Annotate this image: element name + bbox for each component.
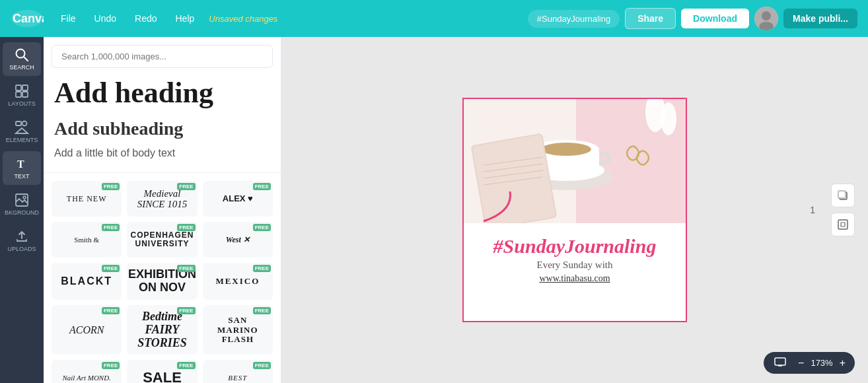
- font-label: BEST: [228, 374, 247, 382]
- main-layout: SEARCH LAYOUTS ELEMENTS T TEXT: [0, 37, 868, 383]
- free-badge: FREE: [253, 265, 271, 272]
- avatar[interactable]: [754, 7, 778, 30]
- svg-rect-10: [22, 92, 28, 97]
- svg-marker-13: [16, 128, 28, 133]
- search-input[interactable]: [52, 45, 273, 68]
- svg-rect-36: [841, 223, 845, 226]
- search-bar-wrap: [44, 37, 281, 73]
- font-label: SALE: [143, 370, 182, 383]
- sidebar-item-background[interactable]: BKGROUND: [3, 188, 41, 221]
- svg-rect-8: [22, 85, 28, 90]
- icon-sidebar: SEARCH LAYOUTS ELEMENTS T TEXT: [0, 37, 44, 383]
- layouts-icon: [15, 84, 29, 98]
- free-badge: FREE: [177, 307, 195, 314]
- svg-point-32: [661, 102, 676, 135]
- font-item-exhibition[interactable]: FREE EXHIBITION ON NOV: [127, 263, 197, 300]
- svg-point-16: [23, 196, 26, 199]
- svg-rect-26: [472, 135, 556, 223]
- font-item-alex[interactable]: FREE ALEX ♥: [203, 181, 273, 217]
- design-subtitle: Every Sunday with: [537, 260, 613, 271]
- design-photo: [464, 99, 687, 223]
- font-grid: FREE THE NEW FREE Medieval SINCE 1015 FR…: [44, 173, 281, 383]
- font-item-mexico[interactable]: FREE MEXICO: [203, 263, 273, 300]
- font-item-sanmarino[interactable]: FREE SAN MARINO FLASH: [203, 305, 273, 355]
- font-label: ACORN: [69, 324, 104, 336]
- help-button[interactable]: Help: [169, 9, 201, 28]
- font-label: Medieval SINCE 1015: [131, 188, 193, 210]
- font-item-sale[interactable]: FREE SALE: [127, 360, 197, 383]
- design-hashtag: #SundayJournaling: [493, 235, 657, 257]
- canva-logo[interactable]: Canva: [11, 9, 44, 28]
- add-subheading-button[interactable]: Add subheading: [52, 116, 273, 142]
- download-button[interactable]: Download: [681, 9, 749, 28]
- svg-text:Canva: Canva: [13, 12, 44, 25]
- uploads-icon: [15, 229, 29, 244]
- sidebar-item-search[interactable]: SEARCH: [3, 42, 41, 76]
- free-badge: FREE: [177, 362, 195, 369]
- background-icon: [15, 193, 29, 207]
- svg-rect-34: [838, 191, 846, 198]
- font-item-copenhagen[interactable]: FREE COPENHAGEN UNIVERSITY: [127, 222, 197, 258]
- free-badge: FREE: [177, 183, 195, 190]
- font-label: Bedtime FAIRY STORIES: [131, 310, 193, 349]
- sidebar-item-text[interactable]: T TEXT: [3, 151, 41, 185]
- undo-button[interactable]: Undo: [88, 9, 123, 28]
- elements-icon: [15, 120, 29, 135]
- svg-rect-9: [16, 92, 21, 97]
- font-item-nailart[interactable]: FREE Nail Art MOND.: [52, 360, 122, 383]
- search-icon: [15, 48, 29, 62]
- free-badge: FREE: [253, 183, 271, 190]
- svg-rect-37: [775, 358, 785, 365]
- design-card[interactable]: #SundayJournaling Every Sunday with www.…: [462, 98, 687, 322]
- canvas-tool-frame[interactable]: [831, 213, 855, 236]
- zoom-out-button[interactable]: −: [794, 357, 808, 370]
- free-badge: FREE: [102, 224, 120, 231]
- make-public-button[interactable]: Make publi...: [783, 9, 857, 28]
- font-item-best[interactable]: FREE BEST: [203, 360, 273, 383]
- sidebar-item-layouts[interactable]: LAYOUTS: [3, 79, 41, 112]
- nav-right: #SundayJournaling Share Download Make pu…: [528, 7, 857, 30]
- canvas-area[interactable]: #SundayJournaling Every Sunday with www.…: [281, 37, 868, 383]
- font-item-smith[interactable]: FREE Smith &: [52, 222, 122, 258]
- svg-rect-35: [838, 220, 848, 229]
- font-item-fairy[interactable]: FREE Bedtime FAIRY STORIES: [127, 305, 197, 355]
- svg-line-6: [24, 57, 28, 61]
- font-label: EXHIBITION ON NOV: [128, 268, 196, 295]
- svg-rect-11: [16, 122, 21, 125]
- present-button[interactable]: [769, 355, 791, 371]
- share-button[interactable]: Share: [625, 8, 676, 29]
- top-nav: Canva File Undo Redo Help Unsaved change…: [0, 0, 868, 37]
- free-badge: FREE: [102, 265, 120, 272]
- free-badge: FREE: [102, 307, 120, 314]
- add-body-button[interactable]: Add a little bit of body text: [52, 145, 273, 162]
- font-item-acorn[interactable]: FREE ACORN: [52, 305, 122, 355]
- svg-point-12: [22, 122, 27, 126]
- redo-button[interactable]: Redo: [128, 9, 163, 28]
- sidebar-item-uploads[interactable]: UPLOADS: [3, 224, 41, 258]
- design-text-area: #SundayJournaling Every Sunday with www.…: [464, 226, 686, 293]
- unsaved-changes-label: Unsaved changes: [209, 14, 277, 24]
- text-icon: T: [15, 157, 29, 171]
- svg-point-3: [762, 11, 771, 20]
- font-item-new[interactable]: FREE THE NEW: [52, 181, 122, 217]
- font-item-west[interactable]: FREE West ✕: [203, 222, 273, 258]
- font-item-medieval[interactable]: FREE Medieval SINCE 1015: [127, 181, 197, 217]
- canvas-tool-copy[interactable]: [831, 184, 855, 207]
- page-number: 1: [810, 205, 815, 215]
- file-menu[interactable]: File: [54, 9, 83, 28]
- add-heading-button[interactable]: Add heading: [52, 73, 273, 113]
- sidebar-item-elements[interactable]: ELEMENTS: [3, 115, 41, 149]
- free-badge: FREE: [253, 224, 271, 231]
- canvas-tools: [831, 184, 855, 236]
- free-badge: FREE: [102, 183, 120, 190]
- font-item-blackt[interactable]: FREE Blackt: [52, 263, 122, 300]
- zoom-in-button[interactable]: +: [836, 357, 850, 370]
- hashtag-button[interactable]: #SundayJournaling: [528, 10, 620, 28]
- free-badge: FREE: [102, 362, 120, 369]
- svg-rect-7: [16, 85, 21, 90]
- free-badge: FREE: [177, 265, 195, 272]
- design-url: www.tinabasu.com: [539, 273, 610, 284]
- font-label: SAN MARINO FLASH: [207, 316, 269, 344]
- font-label: COPENHAGEN UNIVERSITY: [130, 231, 194, 248]
- free-badge: FREE: [253, 307, 271, 314]
